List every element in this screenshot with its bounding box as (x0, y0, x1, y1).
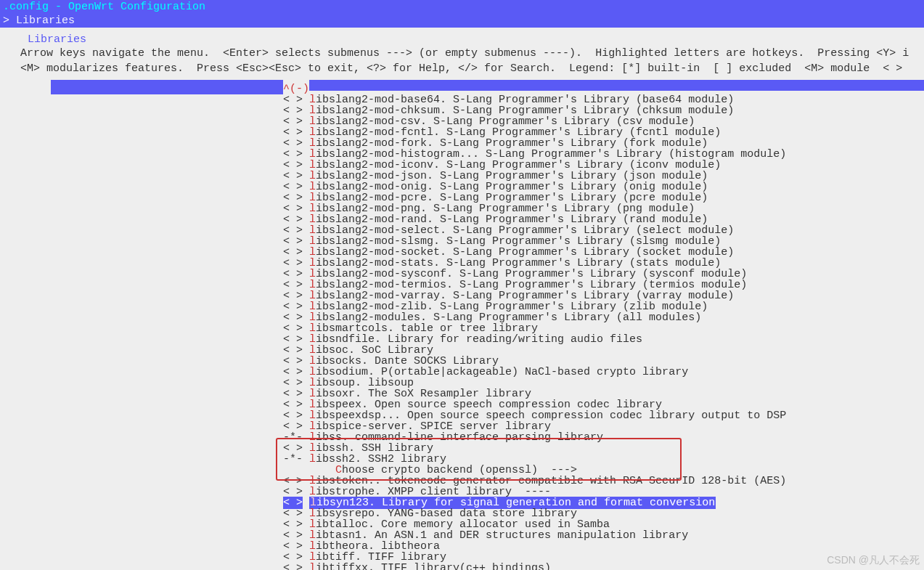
menu-item[interactable]: < > libtheora. libtheora (283, 541, 924, 552)
menu-item[interactable]: < > libtiffxx. TIFF library(c++ bindings… (283, 563, 924, 570)
menu-item[interactable]: < > libslang2-mod-fcntl. S-Lang Programm… (283, 127, 924, 138)
menu-item[interactable]: < > libsyn123. Library for signal genera… (283, 497, 924, 508)
menu-item[interactable]: < > libslang2-mod-base64. S-Lang Program… (283, 94, 924, 105)
menu-item[interactable]: < > libspeexdsp... Open source speech co… (283, 410, 924, 421)
menu-item[interactable]: < > libslang2-mod-chksum. S-Lang Program… (283, 105, 924, 116)
menu-item[interactable]: < > libslang2-mod-varray. S-Lang Program… (283, 290, 924, 301)
menu-item[interactable]: < > libsoxr. The SoX Resampler library (283, 388, 924, 399)
menu-item[interactable]: < > libslang2-mod-pcre. S-Lang Programme… (283, 192, 924, 203)
menu-item[interactable]: < > libtiff. TIFF library (283, 552, 924, 563)
breadcrumb: > Libraries (0, 14, 924, 28)
menu-item[interactable]: < > libsodium. P(ortable|ackageable) NaC… (283, 367, 924, 378)
menu-item[interactable]: < > libslang2-mod-sysconf. S-Lang Progra… (283, 269, 924, 280)
menu-item[interactable]: < > libstrophe. XMPP client library ---- (283, 486, 924, 497)
menu-item[interactable]: < > libslang2-mod-slsmg. S-Lang Programm… (283, 236, 924, 247)
menu-item[interactable]: Choose crypto backend (openssl) ---> (283, 465, 924, 476)
menu-item[interactable]: < > libtasn1. An ASN.1 and DER structure… (283, 530, 924, 541)
menu-item[interactable]: < > libslang2-mod-rand. S-Lang Programme… (283, 214, 924, 225)
menu-item[interactable]: < > libslang2-mod-fork. S-Lang Programme… (283, 138, 924, 149)
menu-item[interactable]: < > libslang2-modules. S-Lang Programmer… (283, 312, 924, 323)
menu-item[interactable]: < > libsndfile. Library for reading/writ… (283, 334, 924, 345)
menu-item[interactable]: < > libslang2-mod-termios. S-Lang Progra… (283, 280, 924, 290)
menu-label: Libraries (23, 33, 91, 46)
menu-item[interactable]: < > libslang2-mod-onig. S-Lang Programme… (283, 182, 924, 192)
menu-item[interactable]: < > libspeex. Open source speech compres… (283, 399, 924, 410)
menu-item[interactable]: < > libslang2-mod-socket. S-Lang Program… (283, 247, 924, 258)
menu-item[interactable]: -*- libssh2. SSH2 library (283, 454, 924, 465)
menu-item[interactable]: < > libslang2-mod-csv. S-Lang Programmer… (283, 116, 924, 127)
menu-item[interactable]: < > libsysrepo. YANG-based data store li… (283, 508, 924, 519)
menu-item[interactable]: -*- libss. command-line interface parsin… (283, 432, 924, 443)
menu-item[interactable]: < > libsocks. Dante SOCKS Library (283, 356, 924, 367)
help-text-line1: Arrow keys navigate the menu. <Enter> se… (15, 46, 909, 61)
menu-item[interactable]: < > libsoc. SoC Library (283, 345, 924, 356)
menu-item[interactable]: < > libslang2-mod-json. S-Lang Programme… (283, 171, 924, 182)
help-text-line2: <M> modularizes features. Press <Esc><Es… (15, 61, 909, 76)
menu-item[interactable]: < > libslang2-mod-stats. S-Lang Programm… (283, 258, 924, 269)
menu-item[interactable]: < > libslang2-mod-zlib. S-Lang Programme… (283, 301, 924, 312)
menu-item[interactable]: < > libslang2-mod-png. S-Lang Programmer… (283, 203, 924, 214)
menu-item[interactable]: < > libslang2-mod-histogram... S-Lang Pr… (283, 149, 924, 160)
menu-item[interactable]: < > libslang2-mod-select. S-Lang Program… (283, 225, 924, 236)
menu-item[interactable]: < > libssh. SSH library (283, 443, 924, 454)
menu-item[interactable]: < > libslang2-mod-iconv. S-Lang Programm… (283, 160, 924, 171)
window-title: .config - OpenWrt Configuration (0, 0, 924, 14)
menu-list[interactable]: ^(-) < > libslang2-mod-base64. S-Lang Pr… (0, 84, 924, 570)
menu-item[interactable]: < > libsmartcols. table or tree library (283, 323, 924, 334)
menu-item[interactable]: < > libtalloc. Core memory allocator use… (283, 519, 924, 530)
menu-item[interactable]: < > libsoup. libsoup (283, 378, 924, 388)
menu-item[interactable]: < > libstoken.. tokencode generator comp… (283, 476, 924, 486)
menu-frame: Libraries Arrow keys navigate the menu. … (15, 33, 909, 76)
menu-item[interactable]: < > libspice-server. SPICE server librar… (283, 421, 924, 432)
